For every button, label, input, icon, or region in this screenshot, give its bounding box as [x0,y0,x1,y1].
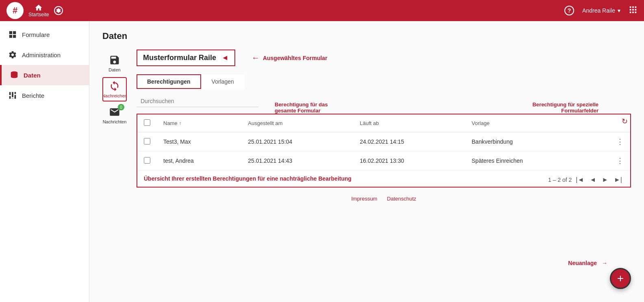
bottom-annotation: Übersicht Ihrer erstellten Berechtigunge… [137,170,630,187]
footer: Impressum Datenschutz [137,188,631,210]
right-panel: Musterformular Raile ◄ ← Ausgewähltes Fo… [137,50,631,210]
annotation-arrow-icon: ← [252,53,260,63]
user-name: Andrea Raile [582,7,615,14]
search-input[interactable] [137,95,258,107]
fab-arrow-icon: → [602,260,607,266]
row-checkbox[interactable] [144,157,150,164]
row-checkbox[interactable] [144,138,150,145]
nachreichen-wrapper: Nachreichen [102,77,127,101]
grid-icon [8,30,17,39]
select-all-checkbox[interactable] [144,119,150,126]
svg-rect-11 [13,31,16,34]
svg-rect-18 [9,96,11,99]
nachreichen-icon-label: Nachreichen [102,93,127,98]
svg-rect-3 [635,6,637,8]
sidebar-item-daten[interactable]: Daten [0,65,89,85]
arrow-left-icon: ◄ [221,54,229,62]
tab-berechtigungen-label: Berechtigungen [147,78,191,85]
form-name-box: Musterformular Raile ◄ [137,50,235,66]
tabs-container: Berechtigungen Vorlagen [137,74,631,89]
svg-rect-2 [632,6,634,8]
fab-annotation: Neuanlage → [568,260,607,266]
row-checkbox-cell [137,151,157,170]
fab-icon: + [617,272,624,285]
pagination-first-button[interactable]: |◄ [574,175,585,184]
sidebar-item-label: Berichte [22,92,44,99]
th-name: Name ↑ [157,114,241,132]
pagination-prev-button[interactable]: ◄ [588,175,598,184]
pagination-next-button[interactable]: ► [600,175,610,184]
svg-rect-19 [12,98,13,99]
fab-button[interactable]: + [610,268,631,289]
annotation-fields: Berechtigung für spezielle Formularfelde… [532,101,598,114]
impressum-link[interactable]: Impressum [351,196,377,202]
svg-rect-16 [12,92,13,97]
sidebar-item-administration[interactable]: Administration [0,45,89,65]
chevron-down-icon: ▾ [618,7,620,14]
svg-rect-1 [630,6,631,8]
table-refresh-icon[interactable]: ↻ [622,117,628,126]
nachrichten-wrapper: 0 Nachrichten [102,103,127,127]
apps-grid-icon[interactable] [629,5,637,16]
table-row: Test3, Max 25.01.2021 15:04 24.02.2021 1… [137,132,630,151]
topnav: # Startseite ? Andrea Raile ▾ [0,0,644,21]
svg-rect-4 [630,9,631,11]
nachrichten-icon-button[interactable]: 0 Nachrichten [102,103,127,127]
row-checkbox-cell [137,132,157,151]
table-wrapper: ↻ Name ↑ [137,114,631,188]
svg-rect-12 [9,35,12,38]
home-button[interactable]: Startseite [28,4,49,17]
layout: Formulare Administration Daten B [0,21,644,302]
svg-rect-20 [15,95,16,99]
form-name-text: Musterformular Raile [143,54,216,62]
pagination-info: 1 – 2 of 2 [548,177,572,183]
annotation-full-form: Berechtigung für das gesamte Formular [275,101,328,114]
row-name: Test3, Max [157,132,241,151]
row-name: test, Andrea [157,151,241,170]
svg-rect-10 [9,31,12,34]
settings-circle[interactable] [54,6,63,15]
tab-vorlagen[interactable]: Vorlagen [201,74,245,89]
user-menu[interactable]: Andrea Raile ▾ [582,7,620,14]
sort-arrow-icon[interactable]: ↑ [179,121,181,126]
daten-icon-button[interactable]: Daten [102,51,127,76]
tab-vorlagen-label: Vorlagen [212,78,234,85]
topnav-left: # Startseite [7,2,63,19]
row-vorlage: Späteres Einreichen [465,151,591,170]
row-laeuft-ab: 16.02.2021 13:30 [353,151,465,170]
help-button[interactable]: ? [564,6,574,15]
datenschutz-link[interactable]: Datenschutz [387,196,416,202]
table-container: Name ↑ Ausgestellt am Läuft ab [137,114,631,188]
logo[interactable]: # [7,2,24,19]
daten-icon-label: Daten [108,67,120,72]
sidebar-item-formulare[interactable]: Formulare [0,24,89,45]
tab-berechtigungen[interactable]: Berechtigungen [137,74,201,89]
svg-rect-5 [632,9,634,11]
row-menu-button[interactable]: ⋮ [590,132,630,151]
gear-icon [8,50,17,59]
sidebar-item-berichte[interactable]: Berichte [0,85,89,106]
home-label: Startseite [28,12,49,17]
svg-rect-17 [15,92,16,94]
form-annotation: ← Ausgewähltes Formular [252,53,327,63]
row-laeuft-ab: 24.02.2021 14:15 [353,132,465,151]
table-header-row: Name ↑ Ausgestellt am Läuft ab [137,114,630,132]
row-menu-button[interactable]: ⋮ [590,151,630,170]
annotation-form-label: Ausgewähltes Formular [263,55,327,61]
data-table: Name ↑ Ausgestellt am Läuft ab [137,114,630,170]
svg-rect-6 [635,9,637,11]
topnav-right: ? Andrea Raile ▾ [564,5,637,16]
sidebar-item-label: Administration [22,52,61,58]
nachreichen-icon-button[interactable]: Nachreichen [102,77,127,101]
main-content: Daten Daten Nachreichen [89,21,644,302]
nachrichten-badge: 0 [118,104,124,110]
sidebar-item-label: Formulare [22,31,50,38]
nachrichten-icon-label: Nachrichten [103,119,127,124]
bar-chart-icon [8,91,17,100]
row-vorlage: Bankverbindung [465,132,591,151]
svg-rect-9 [635,12,637,13]
th-ausgestellt: Ausgestellt am [241,114,353,132]
content-area: Daten Nachreichen 0 [102,50,631,210]
pagination-last-button[interactable]: ►| [612,175,624,184]
sidebar-item-label: Daten [24,72,41,79]
